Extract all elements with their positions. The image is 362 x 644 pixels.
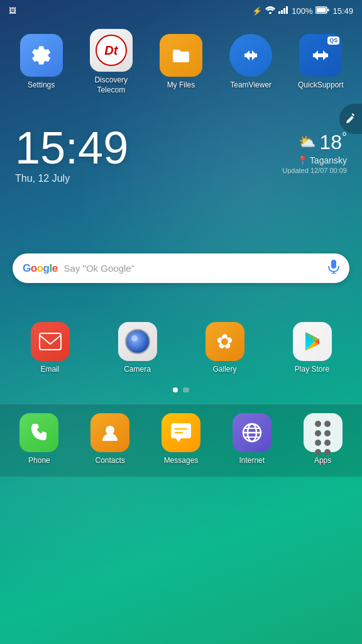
mic-icon[interactable] (328, 260, 339, 277)
bluetooth-icon: ⚡ (252, 6, 262, 16)
app-gallery[interactable]: ✿ Gallery (195, 322, 255, 375)
gallery-app-icon[interactable]: ✿ (206, 322, 244, 361)
apps-dot-5 (315, 440, 321, 446)
dock-phone[interactable]: Phone (11, 413, 67, 466)
status-right-icons: ⚡ 100% 15:49 (252, 6, 353, 16)
svg-marker-11 (313, 50, 328, 60)
status-bar: 🖼 ⚡ 100% 15:49 (0, 0, 362, 20)
email-app-icon[interactable] (31, 322, 70, 361)
search-bar-container[interactable]: Google Say "Ok Google" (0, 241, 362, 293)
playstore-app-icon[interactable] (293, 322, 332, 361)
playstore-app-label: Play Store (295, 365, 329, 375)
camera-app-icon[interactable] (118, 322, 157, 361)
contacts-app-icon[interactable] (90, 413, 129, 452)
camera-app-label: Camera (124, 365, 151, 375)
app-play-store[interactable]: Play Store (282, 322, 342, 375)
clock-display: 15:49 Thu, 12 July (15, 125, 128, 184)
svg-rect-7 (327, 9, 329, 11)
svg-point-0 (269, 12, 272, 14)
settings-app-icon[interactable] (20, 34, 63, 77)
svg-point-20 (106, 426, 114, 435)
battery-label: 100% (292, 6, 312, 16)
svg-rect-4 (286, 6, 288, 14)
clock-date: Thu, 12 July (15, 173, 128, 184)
dock-contacts[interactable]: Contacts (82, 413, 138, 466)
weather-location: 📍 Tagansky (282, 155, 347, 165)
dock-apps[interactable]: Apps (295, 413, 351, 466)
weather-updated: Updated 12/07 00:09 (282, 167, 347, 174)
camera-lens (125, 329, 150, 354)
top-apps-row: Settings Dt Discovery Telecom My Files T… (0, 20, 362, 100)
teamviewer-app-icon[interactable] (229, 34, 272, 77)
svg-rect-15 (40, 333, 61, 350)
quicksupport-app-icon[interactable]: QS (299, 34, 342, 77)
apps-dot-7 (315, 449, 321, 455)
battery-icon (315, 6, 329, 16)
weather-icon: ⛅ (299, 134, 315, 150)
internet-app-icon[interactable] (233, 413, 272, 452)
dock: Phone Contacts Messages (0, 404, 362, 477)
gallery-app-label: Gallery (212, 365, 236, 375)
app-quicksupport[interactable]: QS QuickSupport (291, 34, 351, 91)
app-settings[interactable]: Settings (11, 34, 71, 91)
svg-marker-9 (244, 50, 257, 60)
clock-time: 15:49 (15, 125, 128, 170)
apps-dot-2 (324, 421, 331, 427)
settings-app-label: Settings (28, 80, 55, 91)
page-dot-2[interactable] (183, 387, 189, 392)
clock-status: 15:49 (332, 6, 353, 16)
weather-temp: 18° (319, 130, 347, 154)
apps-dot-3 (315, 430, 321, 436)
email-app-label: Email (40, 365, 59, 375)
app-discovery-telecom[interactable]: Dt Discovery Telecom (81, 29, 141, 95)
files-app-icon[interactable] (160, 34, 202, 77)
app-email[interactable]: Email (20, 322, 80, 375)
contacts-app-label: Contacts (96, 456, 125, 466)
apps-app-label: Apps (314, 456, 331, 466)
signal-icon (278, 6, 288, 16)
files-app-label: My Files (167, 80, 195, 91)
search-placeholder[interactable]: Say "Ok Google" (64, 263, 328, 274)
phone-app-label: Phone (28, 456, 50, 466)
apps-app-icon[interactable] (304, 413, 343, 452)
internet-app-label: Internet (239, 456, 265, 466)
dt-app-label: Discovery Telecom (81, 75, 141, 95)
svg-rect-21 (171, 423, 191, 438)
google-logo: Google (23, 262, 58, 275)
svg-rect-1 (278, 11, 280, 14)
weather-unit: ° (342, 130, 347, 144)
quicksupport-app-label: QuickSupport (298, 80, 344, 91)
location-pin-icon: 📍 (297, 155, 308, 165)
svg-rect-3 (283, 8, 285, 14)
messages-app-label: Messages (164, 456, 199, 466)
apps-dot-4 (324, 430, 331, 436)
svg-rect-12 (331, 260, 336, 269)
messages-app-icon[interactable] (162, 413, 200, 452)
weather-display: ⛅ 18° 📍 Tagansky Updated 12/07 00:09 (282, 125, 347, 174)
notification-icon: 🖼 (9, 6, 16, 15)
bottom-apps-row: Email Camera ✿ Gallery (0, 312, 362, 380)
status-left-icons: 🖼 (9, 6, 16, 15)
search-bar[interactable]: Google Say "Ok Google" (13, 253, 349, 283)
apps-dot-1 (315, 421, 321, 427)
wifi-icon (265, 6, 275, 16)
gallery-flower-icon: ✿ (216, 330, 233, 353)
clock-weather-area: 15:49 Thu, 12 July ⛅ 18° 📍 Tagansky Upda… (0, 113, 362, 191)
phone-app-icon[interactable] (19, 413, 58, 452)
apps-dot-8 (324, 449, 331, 455)
app-camera[interactable]: Camera (107, 322, 167, 375)
app-teamviewer[interactable]: TeamViewer (221, 34, 281, 91)
dock-internet[interactable]: Internet (224, 413, 280, 466)
page-dot-1[interactable] (173, 387, 178, 392)
svg-rect-2 (281, 10, 283, 14)
dock-messages[interactable]: Messages (153, 413, 209, 466)
page-indicators (0, 380, 362, 397)
apps-dot-6 (324, 440, 331, 446)
app-my-files[interactable]: My Files (151, 34, 211, 91)
dt-app-icon[interactable]: Dt (90, 29, 133, 72)
teamviewer-app-label: TeamViewer (230, 80, 272, 91)
svg-rect-6 (317, 8, 326, 12)
